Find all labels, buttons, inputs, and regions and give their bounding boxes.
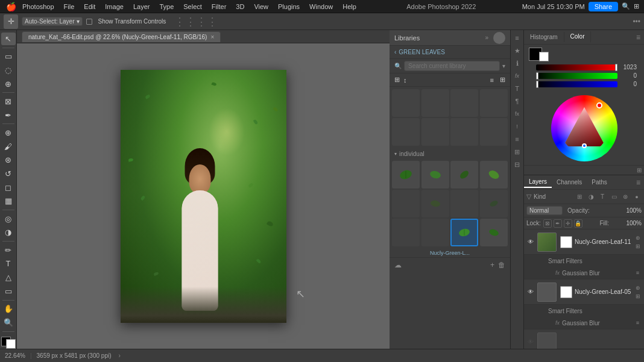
info-icon[interactable]: ℹ bbox=[512, 58, 523, 69]
move-tool[interactable]: ↖ bbox=[1, 33, 16, 45]
g-thumb[interactable] bbox=[536, 72, 538, 80]
fill-value[interactable]: 100% bbox=[626, 220, 642, 226]
menu-icon[interactable]: ≡ bbox=[512, 134, 523, 145]
tab-close-button[interactable]: × bbox=[210, 34, 214, 40]
menu-file[interactable]: File bbox=[60, 2, 79, 11]
gaussian-blur-2[interactable]: fx Gaussian Blur ≡ bbox=[524, 317, 644, 329]
lock-all-icon[interactable]: 🔒 bbox=[574, 219, 582, 228]
r-slider[interactable] bbox=[536, 64, 617, 70]
library-search-input[interactable] bbox=[404, 61, 500, 71]
menu-window[interactable]: Window bbox=[305, 2, 337, 11]
lib-item-2[interactable] bbox=[421, 89, 449, 117]
filter-adjustment-icon[interactable]: ◑ bbox=[586, 192, 596, 202]
star-icon[interactable]: ★ bbox=[512, 45, 523, 56]
transform-controls-checkbox[interactable] bbox=[86, 19, 92, 25]
layer-settings-2[interactable]: ⊛ bbox=[634, 284, 642, 292]
adjustment-icon[interactable]: fx bbox=[512, 108, 523, 119]
menu-type[interactable]: Type bbox=[155, 2, 178, 11]
library-breadcrumb[interactable]: ‹ GREEN LEAVES bbox=[390, 46, 510, 59]
bg-swatch[interactable] bbox=[539, 52, 549, 61]
type-icon[interactable]: T bbox=[512, 83, 523, 94]
healing-tool[interactable]: ⊕ bbox=[1, 126, 16, 139]
more-options-icon[interactable]: ••• bbox=[633, 17, 640, 26]
eraser-tool[interactable]: ◻ bbox=[1, 181, 16, 194]
filter-chevron[interactable]: ▾ bbox=[502, 63, 505, 69]
hue-marker[interactable] bbox=[596, 102, 602, 108]
filter-pixel-icon[interactable]: ⊞ bbox=[575, 192, 584, 202]
lib-item-3[interactable] bbox=[450, 89, 478, 117]
ind-item-8[interactable] bbox=[480, 190, 508, 217]
ind-item-10[interactable] bbox=[421, 219, 449, 246]
crop-tool[interactable]: ⊠ bbox=[1, 95, 16, 108]
zoom-tool[interactable]: 🔍 bbox=[1, 316, 16, 329]
individual-section-label[interactable]: ▾ individual bbox=[390, 148, 510, 158]
gradient-tool[interactable]: ▦ bbox=[1, 195, 16, 207]
smart-filters-header-1[interactable]: Smart Filters bbox=[524, 255, 644, 267]
gaussian-blur-1[interactable]: fx Gaussian Blur ≡ bbox=[524, 267, 644, 279]
menu-select[interactable]: Select bbox=[179, 2, 206, 11]
alert-icon[interactable]: ! bbox=[512, 121, 523, 132]
ind-item-12[interactable] bbox=[480, 219, 508, 246]
menu-edit[interactable]: Edit bbox=[80, 2, 99, 11]
layer-row-2[interactable]: 👁 Nucly-Green-Leaf-05 ⊛ ⊞ bbox=[524, 279, 644, 305]
menu-photoshop[interactable]: Photoshop bbox=[18, 2, 58, 11]
lib-item-4[interactable] bbox=[480, 89, 508, 117]
share-button[interactable]: Share bbox=[589, 2, 618, 11]
lock-pixels-icon[interactable]: ⊠ bbox=[543, 219, 552, 228]
lock-artboard-icon[interactable]: ✛ bbox=[564, 219, 572, 228]
menu-view[interactable]: View bbox=[250, 2, 273, 11]
r-thumb[interactable] bbox=[615, 64, 617, 71]
shape-tool[interactable]: ▭ bbox=[1, 285, 16, 298]
ind-item-6[interactable] bbox=[421, 190, 449, 217]
minus-icon[interactable]: ⊟ bbox=[512, 159, 523, 170]
search-icon[interactable]: 🔍 bbox=[622, 2, 630, 10]
ind-leaf-2[interactable] bbox=[421, 161, 449, 189]
layer-settings-1[interactable]: ⊛ bbox=[634, 234, 642, 242]
libraries-expand-icon[interactable]: » bbox=[485, 34, 488, 41]
blur-tool[interactable]: ◎ bbox=[1, 213, 16, 225]
dodge-tool[interactable]: ◑ bbox=[1, 226, 16, 239]
cloud-icon[interactable]: ☁ bbox=[394, 261, 402, 269]
eyedropper-tool[interactable]: ✒ bbox=[1, 109, 16, 122]
blend-mode-dropdown[interactable]: Normal bbox=[526, 206, 563, 215]
lib-item-1[interactable] bbox=[392, 89, 420, 117]
menu-help[interactable]: Help bbox=[338, 2, 361, 11]
filter-type-icon[interactable]: T bbox=[598, 192, 607, 202]
b-slider[interactable] bbox=[536, 81, 617, 87]
layer-mask-icon-1[interactable]: ⊞ bbox=[634, 243, 642, 250]
text-tool[interactable]: T bbox=[1, 258, 16, 270]
view-options[interactable]: ≡ bbox=[490, 76, 494, 84]
ind-item-5[interactable] bbox=[392, 190, 420, 217]
layer-row-3[interactable]: 👁 bbox=[524, 329, 644, 349]
paragraph-icon[interactable]: ¶ bbox=[512, 96, 523, 107]
layer-eye-3[interactable]: 👁 bbox=[526, 338, 535, 346]
hand-tool[interactable]: ✋ bbox=[1, 302, 16, 315]
layers-menu-icon[interactable]: ≡ bbox=[633, 178, 644, 187]
lib-item-6[interactable] bbox=[421, 118, 449, 146]
gaussian-blur-options-1[interactable]: ≡ bbox=[636, 270, 639, 276]
ind-leaf-1[interactable] bbox=[392, 161, 420, 189]
menu-plugins[interactable]: Plugins bbox=[274, 2, 304, 11]
histogram-icon[interactable]: ≡ bbox=[512, 33, 523, 43]
menu-3d[interactable]: 3D bbox=[232, 2, 248, 11]
tab-layers[interactable]: Layers bbox=[524, 176, 552, 188]
move-tool-icon[interactable]: ✛ bbox=[4, 14, 18, 29]
auto-select-dropdown[interactable]: Auto-Select: Layer ▾ bbox=[22, 17, 83, 26]
canvas-tab[interactable]: nature_Kat_-66-Edit.psd @ 22.6% (Nucly-G… bbox=[22, 31, 221, 42]
ind-leaf-3[interactable] bbox=[450, 161, 478, 189]
history-brush[interactable]: ↺ bbox=[1, 167, 16, 180]
grid-icon-side[interactable]: ⊞ bbox=[512, 146, 523, 157]
filter-smart-icon[interactable]: ⊛ bbox=[620, 192, 630, 202]
color-swatches[interactable] bbox=[1, 337, 16, 349]
menu-filter[interactable]: Filter bbox=[207, 2, 230, 11]
tab-paths[interactable]: Paths bbox=[587, 177, 612, 187]
ind-item-selected[interactable] bbox=[450, 219, 478, 246]
lock-paint-icon[interactable]: ✒ bbox=[554, 219, 562, 228]
color-panel-settings[interactable]: ⊞ bbox=[637, 167, 642, 173]
filter-shape-icon[interactable]: ▭ bbox=[609, 192, 619, 202]
b-thumb[interactable] bbox=[536, 81, 538, 88]
menu-image[interactable]: Image bbox=[101, 2, 128, 11]
quick-selection-tool[interactable]: ⊕ bbox=[1, 78, 16, 90]
lib-item-7[interactable] bbox=[450, 118, 478, 146]
delete-icon[interactable]: 🗑 bbox=[498, 261, 505, 269]
